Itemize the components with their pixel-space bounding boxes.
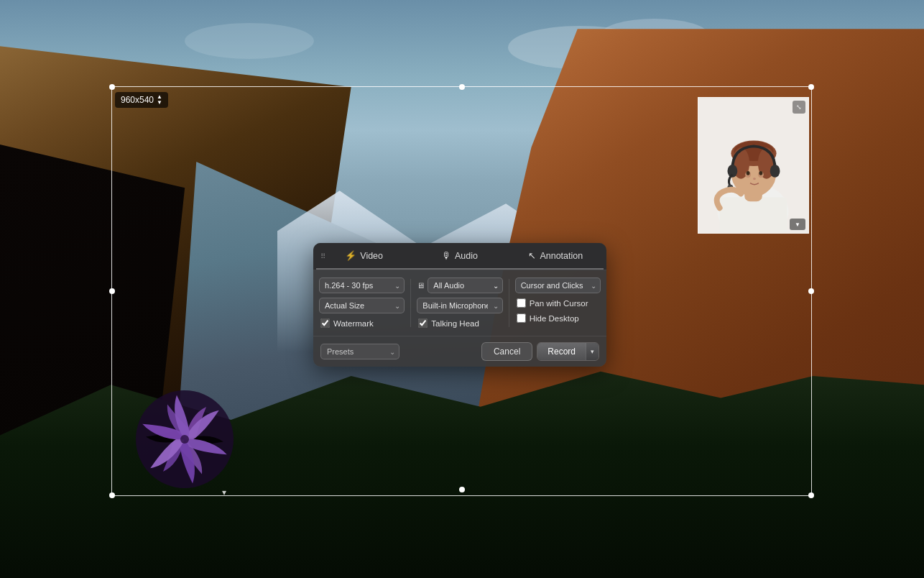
person-svg [698, 97, 808, 234]
size-stepper[interactable]: ▲ ▼ [157, 94, 162, 106]
svg-point-11 [747, 171, 750, 175]
svg-point-18 [180, 435, 189, 444]
audio-tab-icon: 🎙 [442, 250, 451, 261]
cursor-row: Cursor and Clicks Cursor Only No Cursor [515, 277, 601, 293]
camera-dropdown-button[interactable]: ▼ [790, 219, 805, 230]
pan-cursor-label[interactable]: Pan with Cursor [530, 299, 588, 308]
annotation-tab-icon: ↖ [528, 250, 536, 261]
panel-tabs: ⠿ ⚡ Video 🎙 Audio ↖ Annotation [313, 243, 606, 270]
cursor-select[interactable]: Cursor and Clicks Cursor Only No Cursor [515, 277, 601, 293]
record-arrow-button[interactable]: ▾ [586, 343, 599, 360]
panel-body: h.264 - 30 fps h.264 - 60 fps ProRes Act… [313, 270, 606, 336]
presets-select[interactable]: Presets [320, 344, 399, 359]
size-row: Actual Size Half Size Double Size [319, 298, 405, 313]
app-icon: ▾ [133, 387, 237, 492]
quality-row: h.264 - 30 fps h.264 - 60 fps ProRes [319, 277, 405, 293]
mic-select-wrapper: Built-in Microphone External Microphone [417, 298, 502, 313]
video-tab-label: Video [360, 251, 383, 261]
divider-2 [509, 279, 509, 327]
svg-point-13 [753, 178, 756, 180]
watermark-label[interactable]: Watermark [333, 319, 374, 328]
audio-source-icon: 🖥 [417, 281, 425, 290]
size-value: 960x540 [121, 95, 154, 105]
hide-desktop-label[interactable]: Hide Desktop [530, 314, 579, 323]
camera-feed [698, 98, 808, 233]
quality-select[interactable]: h.264 - 30 fps h.264 - 60 fps ProRes [319, 277, 405, 293]
mic-row: Built-in Microphone External Microphone [417, 298, 502, 313]
svg-point-15 [770, 165, 780, 178]
mic-select[interactable]: Built-in Microphone External Microphone [417, 298, 502, 313]
audio-source-select[interactable]: All Audio Microphone Only System Only No… [428, 277, 502, 293]
audio-select-inner: All Audio Microphone Only System Only No… [428, 277, 502, 293]
watermark-checkbox[interactable] [320, 318, 330, 328]
record-button-group: Record ▾ [537, 342, 599, 361]
annotation-tab-label: Annotation [540, 251, 583, 261]
record-button[interactable]: Record [537, 343, 586, 360]
annotation-column: Cursor and Clicks Cursor Only No Cursor … [515, 277, 601, 329]
presets-wrapper: Presets [320, 344, 399, 359]
cancel-button[interactable]: Cancel [481, 342, 532, 361]
hide-desktop-checkbox[interactable] [517, 313, 526, 323]
audio-source-wrapper: 🖥 All Audio Microphone Only System Only … [417, 277, 502, 293]
audio-tab-label: Audio [455, 251, 478, 261]
video-column: h.264 - 30 fps h.264 - 60 fps ProRes Act… [319, 277, 405, 329]
size-select-wrapper: Actual Size Half Size Double Size [319, 298, 405, 313]
tab-video[interactable]: ⠿ ⚡ Video [316, 243, 412, 270]
tab-annotation[interactable]: ↖ Annotation [508, 243, 604, 270]
panel-footer: Presets Cancel Record ▾ [313, 336, 606, 367]
video-tab-icon: ⚡ [345, 250, 356, 261]
audio-column: 🖥 All Audio Microphone Only System Only … [417, 277, 502, 329]
pan-cursor-checkbox[interactable] [517, 298, 526, 308]
svg-point-12 [759, 171, 762, 175]
size-select[interactable]: Actual Size Half Size Double Size [319, 298, 405, 313]
svg-rect-2 [720, 197, 787, 234]
talking-head-label[interactable]: Talking Head [431, 319, 479, 328]
size-indicator[interactable]: 960x540 ▲ ▼ [115, 92, 168, 108]
camera-expand-button[interactable]: ⤡ [793, 101, 805, 114]
control-panel: ⠿ ⚡ Video 🎙 Audio ↖ Annotation h.264 - 3… [313, 243, 606, 367]
spiral-svg [133, 387, 237, 492]
quality-select-wrapper: h.264 - 30 fps h.264 - 60 fps ProRes [319, 277, 405, 293]
pan-cursor-row: Pan with Cursor [515, 298, 601, 308]
divider-1 [410, 279, 411, 327]
footer-buttons: Cancel Record ▾ [481, 342, 599, 361]
hide-desktop-row: Hide Desktop [515, 313, 601, 324]
audio-source-row: 🖥 All Audio Microphone Only System Only … [417, 277, 502, 293]
grab-handle: ⠿ [320, 252, 325, 260]
talking-head-checkbox[interactable] [418, 318, 428, 328]
icon-dropdown[interactable]: ▾ [222, 487, 226, 497]
cursor-select-wrapper: Cursor and Clicks Cursor Only No Cursor [515, 277, 601, 293]
camera-preview: ⤡ ▼ [698, 97, 809, 234]
watermark-row: Watermark [319, 318, 405, 329]
talking-head-row: Talking Head [417, 318, 502, 329]
tab-audio[interactable]: 🎙 Audio [412, 243, 507, 270]
